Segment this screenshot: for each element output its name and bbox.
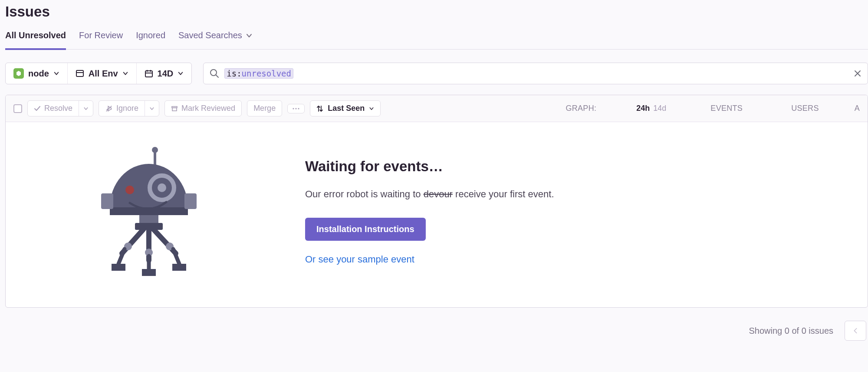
tab-ignored[interactable]: Ignored [136, 30, 165, 50]
svg-point-6 [210, 70, 217, 76]
svg-rect-33 [112, 264, 125, 271]
search-input[interactable]: is:unresolved [203, 63, 868, 84]
column-users-label: USERS [791, 104, 819, 113]
calendar-icon [145, 69, 153, 78]
sort-selector[interactable]: Last Seen [310, 100, 381, 116]
search-token-value: unresolved [242, 69, 291, 78]
robot-icon [88, 146, 201, 277]
resolve-button[interactable]: Resolve [28, 101, 79, 116]
merge-button-group: Merge [247, 100, 282, 116]
empty-state-title: Waiting for events… [305, 158, 554, 175]
mute-icon [105, 105, 113, 113]
chevron-down-icon [246, 32, 253, 39]
empty-state-text: Waiting for events… Our error robot is w… [305, 158, 554, 265]
installation-instructions-button[interactable]: Installation Instructions [305, 218, 426, 241]
period-selector[interactable]: 14D [137, 63, 192, 84]
svg-point-13 [298, 108, 299, 109]
tab-saved-searches-label: Saved Searches [178, 30, 242, 40]
archive-icon [171, 105, 178, 112]
env-selector[interactable]: All Env [68, 63, 137, 84]
chevron-down-icon [53, 70, 59, 76]
svg-rect-34 [142, 269, 156, 276]
svg-point-11 [293, 108, 294, 109]
select-all-checkbox[interactable] [13, 104, 22, 113]
resolve-dropdown[interactable] [79, 101, 93, 116]
empty-state: Waiting for events… Our error robot is w… [6, 122, 868, 307]
mark-reviewed-label: Mark Reviewed [181, 104, 235, 113]
column-assign-label: A [855, 104, 860, 113]
project-selector-label: node [28, 69, 49, 79]
showing-count: Showing 0 of 0 issues [749, 326, 833, 336]
robot-illustration [23, 146, 266, 277]
search-icon [210, 69, 219, 78]
graph-range-14d[interactable]: 14d [653, 104, 666, 113]
project-selector[interactable]: node [6, 63, 68, 84]
filter-bar: node All Env 14D is:unresolved [5, 63, 868, 84]
pagination-prev[interactable] [845, 321, 866, 341]
svg-rect-0 [76, 70, 83, 76]
chevron-left-icon [852, 328, 858, 334]
issues-table-header: Resolve Ignore Mark Reviewed [6, 95, 868, 122]
close-icon [854, 70, 861, 77]
period-selector-label: 14D [158, 69, 174, 79]
ignore-button-label: Ignore [116, 104, 138, 113]
chevron-down-icon [149, 106, 155, 111]
node-icon [13, 68, 24, 79]
mark-reviewed-button[interactable]: Mark Reviewed [165, 101, 241, 116]
tabs: All Unresolved For Review Ignored Saved … [5, 30, 868, 50]
chevron-down-icon [122, 70, 128, 76]
merge-button-label: Merge [253, 104, 276, 113]
page-title: Issues [5, 3, 868, 20]
svg-point-12 [296, 108, 297, 109]
resolve-button-label: Resolve [44, 104, 72, 113]
chevron-down-icon [369, 106, 374, 111]
svg-rect-18 [184, 193, 197, 209]
ignore-button-group: Ignore [99, 100, 159, 116]
env-selector-label: All Env [89, 69, 118, 79]
svg-rect-2 [145, 71, 152, 77]
tab-all-unresolved[interactable]: All Unresolved [5, 30, 66, 50]
mark-reviewed-button-group: Mark Reviewed [164, 100, 242, 116]
search-token-key: is: [227, 69, 241, 78]
column-events-label: EVENTS [710, 104, 743, 113]
svg-rect-35 [172, 264, 186, 271]
tab-saved-searches[interactable]: Saved Searches [178, 30, 253, 50]
graph-range-toggle: 24h 14d [636, 104, 666, 113]
sort-selector-label: Last Seen [328, 104, 365, 113]
svg-point-21 [158, 183, 166, 192]
more-actions-group [287, 104, 305, 113]
svg-line-7 [216, 75, 218, 77]
svg-rect-17 [101, 193, 113, 209]
search-token[interactable]: is:unresolved [224, 68, 293, 79]
resolve-button-group: Resolve [27, 100, 93, 116]
more-actions-button[interactable] [288, 104, 304, 113]
sort-icon [316, 105, 323, 112]
context-filter-group: node All Env 14D [5, 63, 192, 84]
footer: Showing 0 of 0 issues [5, 321, 868, 341]
chevron-down-icon [178, 70, 184, 76]
check-icon [34, 105, 41, 112]
graph-range-24h[interactable]: 24h [636, 104, 650, 113]
ignore-dropdown[interactable] [145, 101, 159, 116]
ellipsis-icon [292, 107, 300, 110]
issues-panel: Resolve Ignore Mark Reviewed [5, 95, 868, 308]
svg-point-19 [125, 186, 134, 194]
svg-rect-22 [139, 215, 158, 223]
svg-rect-10 [172, 108, 177, 111]
empty-state-description: Our error robot is waiting to devour rec… [305, 187, 554, 202]
column-graph-label: GRAPH: [566, 104, 596, 113]
sample-event-link[interactable]: Or see your sample event [305, 254, 554, 265]
merge-button[interactable]: Merge [247, 101, 282, 116]
chevron-down-icon [83, 106, 89, 111]
tab-for-review[interactable]: For Review [79, 30, 123, 50]
clear-search-button[interactable] [854, 70, 861, 77]
ignore-button[interactable]: Ignore [99, 101, 145, 116]
window-icon [76, 69, 84, 78]
